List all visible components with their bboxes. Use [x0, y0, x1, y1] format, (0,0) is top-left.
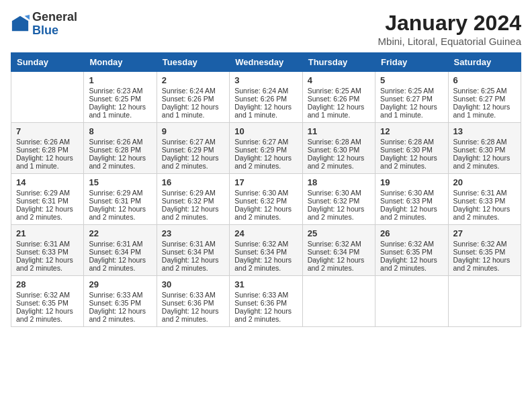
- day-number: 31: [234, 279, 297, 289]
- calendar-table: SundayMondayTuesdayWednesdayThursdayFrid…: [11, 52, 521, 327]
- calendar-title: January 2024: [378, 11, 521, 36]
- day-info: Sunset: 6:29 PM: [162, 146, 224, 154]
- day-info: Sunrise: 6:30 AM: [308, 189, 370, 197]
- calendar-cell: 19Sunrise: 6:30 AMSunset: 6:33 PMDayligh…: [375, 174, 448, 225]
- day-info: Sunrise: 6:32 AM: [380, 240, 443, 248]
- day-info: Daylight: 12 hours and 2 minutes.: [16, 307, 79, 323]
- day-info: Sunrise: 6:32 AM: [453, 240, 516, 248]
- day-info: Sunrise: 6:26 AM: [16, 138, 79, 146]
- day-of-week-header: Tuesday: [157, 53, 229, 72]
- calendar-cell: [302, 276, 375, 327]
- day-info: Sunrise: 6:28 AM: [380, 138, 443, 146]
- day-number: 28: [16, 279, 79, 289]
- day-info: Sunrise: 6:25 AM: [380, 87, 443, 95]
- day-info: Sunset: 6:34 PM: [308, 248, 370, 256]
- day-info: Sunrise: 6:29 AM: [162, 189, 224, 197]
- day-info: Sunrise: 6:31 AM: [89, 240, 151, 248]
- day-info: Sunset: 6:33 PM: [380, 197, 443, 205]
- day-info: Daylight: 12 hours and 2 minutes.: [162, 154, 224, 170]
- day-of-week-header: Saturday: [448, 53, 521, 72]
- day-info: Sunset: 6:36 PM: [234, 299, 297, 307]
- day-info: Sunrise: 6:27 AM: [162, 138, 224, 146]
- day-info: Sunrise: 6:25 AM: [453, 87, 516, 95]
- day-info: Daylight: 12 hours and 2 minutes.: [16, 205, 79, 221]
- day-number: 2: [162, 75, 224, 85]
- calendar-cell: 1Sunrise: 6:23 AMSunset: 6:25 PMDaylight…: [84, 72, 157, 123]
- calendar-cell: 9Sunrise: 6:27 AMSunset: 6:29 PMDaylight…: [157, 123, 229, 174]
- day-info: Daylight: 12 hours and 2 minutes.: [234, 205, 297, 221]
- calendar-subtitle: Mbini, Litoral, Equatorial Guinea: [378, 36, 521, 47]
- calendar-cell: [448, 276, 521, 327]
- calendar-cell: 2Sunrise: 6:24 AMSunset: 6:26 PMDaylight…: [157, 72, 229, 123]
- calendar-cell: 25Sunrise: 6:32 AMSunset: 6:34 PMDayligh…: [302, 225, 375, 276]
- day-info: Daylight: 12 hours and 2 minutes.: [162, 307, 224, 323]
- day-info: Sunset: 6:34 PM: [234, 248, 297, 256]
- day-number: 29: [89, 279, 151, 289]
- day-number: 21: [16, 228, 79, 238]
- page-header: General Blue January 2024 Mbini, Litoral…: [11, 11, 521, 47]
- day-info: Sunrise: 6:33 AM: [234, 291, 297, 299]
- days-of-week-row: SundayMondayTuesdayWednesdayThursdayFrid…: [11, 53, 521, 72]
- calendar-cell: 29Sunrise: 6:33 AMSunset: 6:35 PMDayligh…: [84, 276, 157, 327]
- day-info: Sunrise: 6:23 AM: [89, 87, 151, 95]
- day-info: Daylight: 12 hours and 2 minutes.: [308, 256, 370, 272]
- calendar-cell: 22Sunrise: 6:31 AMSunset: 6:34 PMDayligh…: [84, 225, 157, 276]
- day-info: Daylight: 12 hours and 2 minutes.: [89, 205, 151, 221]
- calendar-cell: 7Sunrise: 6:26 AMSunset: 6:28 PMDaylight…: [11, 123, 84, 174]
- day-info: Sunrise: 6:28 AM: [453, 138, 516, 146]
- day-number: 13: [453, 126, 516, 136]
- day-info: Sunrise: 6:26 AM: [89, 138, 151, 146]
- day-info: Sunrise: 6:29 AM: [89, 189, 151, 197]
- calendar-cell: 18Sunrise: 6:30 AMSunset: 6:32 PMDayligh…: [302, 174, 375, 225]
- day-info: Sunset: 6:31 PM: [89, 197, 151, 205]
- day-info: Daylight: 12 hours and 2 minutes.: [234, 307, 297, 323]
- day-info: Daylight: 12 hours and 2 minutes.: [162, 205, 224, 221]
- calendar-cell: 4Sunrise: 6:25 AMSunset: 6:26 PMDaylight…: [302, 72, 375, 123]
- day-number: 4: [308, 75, 370, 85]
- day-info: Sunset: 6:26 PM: [308, 95, 370, 103]
- day-info: Daylight: 12 hours and 2 minutes.: [453, 256, 516, 272]
- calendar-cell: 15Sunrise: 6:29 AMSunset: 6:31 PMDayligh…: [84, 174, 157, 225]
- day-info: Sunset: 6:28 PM: [16, 146, 79, 154]
- day-info: Sunset: 6:32 PM: [308, 197, 370, 205]
- day-number: 19: [380, 177, 443, 187]
- calendar-week-row: 28Sunrise: 6:32 AMSunset: 6:35 PMDayligh…: [11, 276, 521, 327]
- day-info: Daylight: 12 hours and 2 minutes.: [234, 154, 297, 170]
- calendar-cell: 27Sunrise: 6:32 AMSunset: 6:35 PMDayligh…: [448, 225, 521, 276]
- day-info: Sunset: 6:27 PM: [380, 95, 443, 103]
- calendar-cell: 31Sunrise: 6:33 AMSunset: 6:36 PMDayligh…: [230, 276, 302, 327]
- day-info: Sunset: 6:26 PM: [162, 95, 224, 103]
- calendar-cell: 21Sunrise: 6:31 AMSunset: 6:33 PMDayligh…: [11, 225, 84, 276]
- day-info: Sunset: 6:30 PM: [308, 146, 370, 154]
- day-info: Sunrise: 6:31 AM: [162, 240, 224, 248]
- day-info: Sunrise: 6:32 AM: [16, 291, 79, 299]
- day-info: Sunset: 6:29 PM: [234, 146, 297, 154]
- day-info: Sunset: 6:28 PM: [89, 146, 151, 154]
- day-number: 18: [308, 177, 370, 187]
- day-number: 27: [453, 228, 516, 238]
- day-number: 26: [380, 228, 443, 238]
- day-info: Sunrise: 6:32 AM: [308, 240, 370, 248]
- day-info: Daylight: 12 hours and 1 minute.: [89, 103, 151, 119]
- day-info: Daylight: 12 hours and 1 minute.: [453, 103, 516, 119]
- calendar-week-row: 1Sunrise: 6:23 AMSunset: 6:25 PMDaylight…: [11, 72, 521, 123]
- calendar-cell: 16Sunrise: 6:29 AMSunset: 6:32 PMDayligh…: [157, 174, 229, 225]
- calendar-cell: 26Sunrise: 6:32 AMSunset: 6:35 PMDayligh…: [375, 225, 448, 276]
- day-info: Sunrise: 6:28 AM: [308, 138, 370, 146]
- calendar-cell: 20Sunrise: 6:31 AMSunset: 6:33 PMDayligh…: [448, 174, 521, 225]
- day-number: 30: [162, 279, 224, 289]
- svg-marker-0: [12, 16, 28, 31]
- calendar-cell: 30Sunrise: 6:33 AMSunset: 6:36 PMDayligh…: [157, 276, 229, 327]
- day-info: Sunset: 6:34 PM: [162, 248, 224, 256]
- day-info: Sunrise: 6:33 AM: [89, 291, 151, 299]
- day-of-week-header: Thursday: [302, 53, 375, 72]
- calendar-cell: 10Sunrise: 6:27 AMSunset: 6:29 PMDayligh…: [230, 123, 302, 174]
- day-info: Sunrise: 6:31 AM: [453, 189, 516, 197]
- svg-marker-1: [25, 15, 30, 19]
- calendar-cell: 3Sunrise: 6:24 AMSunset: 6:26 PMDaylight…: [230, 72, 302, 123]
- logo-blue: Blue: [32, 24, 77, 38]
- day-info: Daylight: 12 hours and 2 minutes.: [16, 256, 79, 272]
- day-info: Daylight: 12 hours and 2 minutes.: [162, 256, 224, 272]
- day-number: 17: [234, 177, 297, 187]
- day-info: Daylight: 12 hours and 1 minute.: [380, 103, 443, 119]
